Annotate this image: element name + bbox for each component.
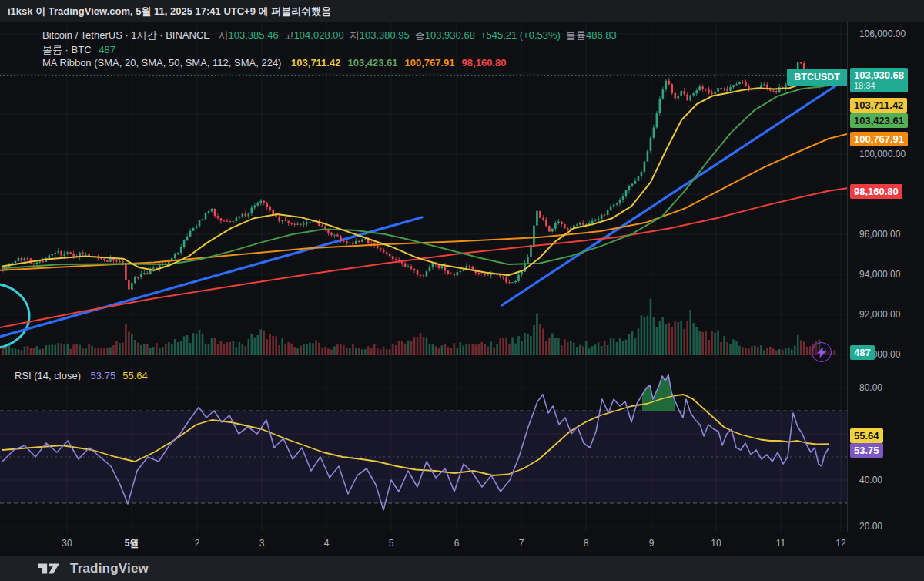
scale-badge-sma224: 98,160.80 [850,184,902,199]
rsi-legend-values: 53.7555.64 [84,370,148,381]
scale-tick-label[interactable]: 40.00 [859,475,882,485]
ohlc-label: 종 [415,29,425,41]
time-tick-label[interactable]: 6 [454,538,460,549]
publication-info: i1ksk 이 TradingView.com, 5월 11, 2025 17:… [8,5,331,18]
symbol-tag: BTCUSDT [787,69,847,86]
volume-legend[interactable]: 볼륨 · BTC 487 [42,44,116,56]
published-chart-page: i1ksk 이 TradingView.com, 5월 11, 2025 17:… [0,0,924,581]
ma-ribbon-values: 103,711.42103,423.61100,767.9198,160.80 [284,57,506,69]
boost-button[interactable] [812,342,832,362]
scale-tick-label[interactable]: 92,000.00 [859,309,901,320]
rsi-legend-title: RSI (14, close) [15,370,81,381]
ma-ribbon-legend[interactable]: MA Ribbon (SMA, 20, SMA, 50, SMA, 112, S… [42,57,506,69]
scale-badge-volume: 487 [850,345,875,360]
rsi-value: 55.64 [122,370,148,381]
ohlc-values: 시103,385.46고104,028.00저103,380.95종103,93… [213,29,617,41]
ma-value: 103,423.61 [347,57,397,69]
tradingview-logo-icon[interactable] [35,559,62,579]
ohlc-value: 104,028.00 [294,29,344,41]
ohlc-label: 고 [284,29,294,41]
rsi-legend[interactable]: RSI (14, close) 53.7555.64 [15,370,148,382]
ohlc-value: 103,930.68 [425,29,475,41]
ma-ribbon-title: MA Ribbon (SMA, 20, SMA, 50, SMA, 112, S… [42,57,281,69]
time-tick-label[interactable]: 7 [519,538,524,549]
time-tick-label[interactable]: 8 [584,538,589,549]
footer-bar: TradingView [0,556,924,581]
time-tick-label[interactable]: 11 [776,538,786,549]
time-tick-label[interactable]: 5 [389,538,394,549]
time-tick-label[interactable]: 5월 [125,538,139,549]
ohlc-value: +545.21 (+0.53%) [480,29,561,41]
ohlc-label: 저 [350,29,360,41]
scale-tick-label[interactable]: 106,000.00 [859,29,906,39]
scale-tick-label[interactable]: 80.00 [859,382,882,393]
time-tick-label[interactable]: 9 [649,538,654,549]
ohlc-value: 103,380.95 [360,29,410,41]
scale-badge-sma112: 100,767.91 [850,132,908,146]
scale-badge-rsi-ma: 55.64 [850,428,883,443]
ohlc-label: 볼륨 [566,29,586,41]
symbol-title: Bitcoin / TetherUS · 1시간 · BINANCE [42,29,210,41]
scale-badge-sma50: 103,423.61 [850,113,908,128]
scale-badge-sma20: 103,711.42 [850,98,907,113]
time-tick-label[interactable]: 12 [835,538,846,549]
scale-badge-rsi: 53.75 [850,443,883,458]
tradingview-brand[interactable]: TradingView [70,561,149,576]
scale-tick-label[interactable]: 94,000.00 [859,269,901,280]
chart-canvas[interactable]: 106,000.00100,000.0096,000.0094,000.0092… [0,22,924,556]
ma-value: 100,767.91 [405,57,455,69]
symbol-legend[interactable]: Bitcoin / TetherUS · 1시간 · BINANCE 시103,… [42,29,617,42]
time-tick-label[interactable]: 10 [711,538,721,549]
time-tick-label[interactable]: 30 [62,538,72,549]
ohlc-value: 103,385.46 [229,29,279,41]
scale-badge-last-price: 103,930.6818:34 [850,68,908,92]
ohlc-value: 486.83 [586,29,617,41]
rsi-value: 53.75 [91,370,116,381]
scale-tick-label[interactable]: 96,000.00 [859,229,901,240]
lightning-icon [817,347,827,358]
time-tick-label[interactable]: 2 [195,538,200,549]
ohlc-label: 시 [219,29,229,41]
time-tick-label[interactable]: 4 [324,538,330,549]
volume-legend-title: 볼륨 · BTC [42,44,92,55]
time-tick-label[interactable]: 3 [259,538,265,549]
ma-value: 98,160.80 [462,57,507,69]
volume-legend-value: 487 [99,44,116,55]
scale-tick-label[interactable]: 100,000.00 [859,149,906,160]
publication-header: i1ksk 이 TradingView.com, 5월 11, 2025 17:… [0,0,924,22]
ma-value: 103,711.42 [291,57,340,69]
scale-tick-label[interactable]: 20.00 [859,521,882,532]
